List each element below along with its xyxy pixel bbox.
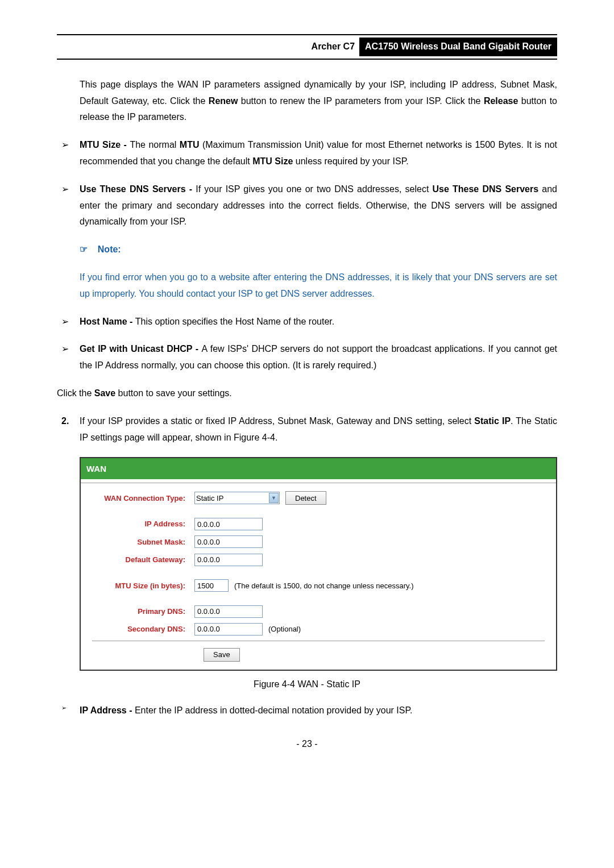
bullet-unicast: ➢ Get IP with Unicast DHCP - A few ISPs'… (57, 341, 557, 374)
wan-row-connection-type: WAN Connection Type: ▼ Detect (92, 491, 545, 505)
wan-row-mtu: MTU Size (in bytes): (The default is 150… (92, 579, 545, 592)
secondary-dns-hint: (Optional) (268, 622, 301, 636)
wan-label-connection-type: WAN Connection Type: (92, 492, 194, 505)
note-header: ☞ Note: (80, 242, 557, 258)
wan-label-primary-dns: Primary DNS: (92, 605, 194, 618)
triangle-bullet-icon: ➢ (57, 314, 80, 330)
note-label: Note: (98, 244, 121, 254)
ip-address-input[interactable] (194, 518, 263, 530)
bullet-ip-address: ➢ IP Address - Enter the IP address in d… (57, 703, 557, 719)
wan-panel-title: WAN (81, 458, 556, 479)
triangle-bullet-icon: ➢ (57, 703, 80, 719)
header-bottom-rule (57, 59, 557, 60)
wan-connection-type-select-wrap: ▼ (194, 492, 280, 505)
bullet-hostname: ➢ Host Name - This option specifies the … (57, 314, 557, 330)
header-model: Archer C7 (312, 39, 355, 55)
note-hand-icon: ☞ (80, 244, 88, 254)
default-gateway-input[interactable] (194, 554, 263, 566)
wan-label-gateway: Default Gateway: (92, 553, 194, 566)
primary-dns-input[interactable] (194, 605, 263, 618)
wan-save-row: Save (92, 648, 545, 662)
wan-label-secondary-dns: Secondary DNS: (92, 622, 194, 636)
bullet-mtu: ➢ MTU Size - The normal MTU (Maximum Tra… (57, 137, 557, 170)
mtu-size-input[interactable] (194, 579, 229, 592)
wan-label-mtu: MTU Size (in bytes): (92, 579, 194, 592)
note-text: If you find error when you go to a websi… (80, 269, 557, 302)
intro-paragraph: This page displays the WAN IP parameters… (80, 77, 557, 126)
triangle-bullet-icon: ➢ (57, 181, 80, 230)
page-header: Archer C7 AC1750 Wireless Dual Band Giga… (57, 35, 557, 59)
mtu-hint: (The default is 1500, do not change unle… (234, 579, 414, 592)
page-number: - 23 - (57, 736, 557, 753)
detect-button[interactable]: Detect (285, 491, 326, 505)
save-line: Click the Save button to save your setti… (57, 385, 557, 402)
subnet-mask-input[interactable] (194, 535, 263, 548)
save-button[interactable]: Save (204, 648, 240, 662)
wan-row-secondary-dns: Secondary DNS: (Optional) (92, 622, 545, 636)
wan-row-ip: IP Address: (92, 517, 545, 530)
wan-row-subnet: Subnet Mask: (92, 535, 545, 549)
figure-caption: Figure 4-4 WAN - Static IP (57, 676, 557, 693)
wan-row-gateway: Default Gateway: (92, 553, 545, 566)
wan-row-primary-dns: Primary DNS: (92, 605, 545, 618)
triangle-bullet-icon: ➢ (57, 137, 80, 170)
wan-bottom-separator (92, 641, 545, 641)
list-number: 2. (57, 413, 80, 446)
wan-label-ip: IP Address: (92, 517, 194, 530)
triangle-bullet-icon: ➢ (57, 341, 80, 374)
bullet-dns: ➢ Use These DNS Servers - If your ISP gi… (57, 181, 557, 230)
header-title: AC1750 Wireless Dual Band Gigabit Router (359, 38, 557, 56)
secondary-dns-input[interactable] (194, 623, 263, 636)
wan-connection-type-select[interactable] (194, 492, 280, 504)
numbered-item-2: 2. If your ISP provides a static or fixe… (57, 413, 557, 446)
wan-label-subnet: Subnet Mask: (92, 535, 194, 549)
wan-panel: WAN WAN Connection Type: ▼ Detect IP Add… (80, 457, 557, 670)
wan-panel-body: WAN Connection Type: ▼ Detect IP Address… (81, 483, 556, 669)
